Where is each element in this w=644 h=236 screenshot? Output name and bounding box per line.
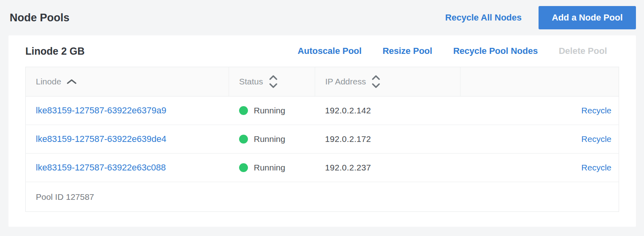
column-header-ip-address-label: IP Address (325, 77, 366, 86)
ip-address: 192.0.2.142 (325, 106, 371, 115)
row-action-cell: Recycle (460, 154, 619, 182)
table-row: lke83159-127587-63922e6379a9 Running 192… (26, 96, 619, 125)
column-header-ip-address[interactable]: IP Address (315, 67, 460, 96)
column-header-status[interactable]: Status (229, 67, 315, 96)
ip-address: 192.0.2.172 (325, 134, 371, 144)
column-header-linode-label: Linode (36, 77, 61, 86)
sort-icon (268, 74, 278, 89)
linode-cell: lke83159-127587-63922e63c088 (26, 154, 229, 182)
status-running-icon (239, 135, 248, 144)
status-running-icon (239, 163, 248, 172)
pool-id-label: Pool ID 127587 (26, 182, 619, 212)
sort-icon (371, 74, 381, 89)
status-label: Running (254, 134, 285, 144)
column-header-actions (460, 67, 619, 96)
delete-pool-link: Delete Pool (559, 46, 607, 56)
ip-address: 192.0.2.237 (325, 163, 371, 172)
recycle-node-link[interactable]: Recycle (581, 134, 611, 144)
status-cell: Running (229, 154, 315, 182)
page-title: Node Pools (10, 12, 70, 24)
table-header-row: Linode Status (26, 67, 619, 96)
pool-header: Linode 2 GB Autoscale Pool Resize Pool R… (25, 35, 619, 67)
status-running-icon (239, 106, 248, 115)
page-header: Node Pools Recycle All Nodes Add a Node … (0, 0, 644, 35)
row-action-cell: Recycle (460, 96, 619, 125)
recycle-node-link[interactable]: Recycle (581, 163, 611, 172)
recycle-all-nodes-link[interactable]: Recycle All Nodes (445, 12, 522, 23)
row-action-cell: Recycle (460, 125, 619, 154)
add-node-pool-button[interactable]: Add a Node Pool (539, 6, 636, 29)
table-row: lke83159-127587-63922e639de4 Running 192… (26, 125, 619, 154)
node-pool-card: Linode 2 GB Autoscale Pool Resize Pool R… (8, 35, 636, 227)
ip-cell: 192.0.2.142 (315, 96, 460, 125)
recycle-node-link[interactable]: Recycle (581, 106, 611, 115)
linode-cell: lke83159-127587-63922e639de4 (26, 125, 229, 154)
linode-link[interactable]: lke83159-127587-63922e639de4 (36, 134, 166, 144)
pool-name: Linode 2 GB (25, 45, 297, 57)
status-cell: Running (229, 96, 315, 125)
status-label: Running (254, 163, 285, 172)
pool-actions: Autoscale Pool Resize Pool Recycle Pool … (297, 46, 607, 56)
status-cell: Running (229, 125, 315, 154)
resize-pool-link[interactable]: Resize Pool (382, 46, 432, 56)
table-footer-row: Pool ID 127587 (26, 182, 619, 212)
ip-cell: 192.0.2.237 (315, 154, 460, 182)
status-label: Running (254, 106, 285, 115)
sort-ascending-icon (66, 79, 77, 84)
ip-cell: 192.0.2.172 (315, 125, 460, 154)
linode-cell: lke83159-127587-63922e6379a9 (26, 96, 229, 125)
column-header-status-label: Status (239, 77, 263, 86)
recycle-pool-nodes-link[interactable]: Recycle Pool Nodes (453, 46, 538, 56)
nodes-table: Linode Status (25, 67, 619, 212)
linode-link[interactable]: lke83159-127587-63922e63c088 (36, 162, 166, 172)
autoscale-pool-link[interactable]: Autoscale Pool (297, 46, 361, 56)
linode-link[interactable]: lke83159-127587-63922e6379a9 (36, 105, 166, 115)
table-row: lke83159-127587-63922e63c088 Running 192… (26, 154, 619, 182)
column-header-linode[interactable]: Linode (26, 67, 229, 96)
